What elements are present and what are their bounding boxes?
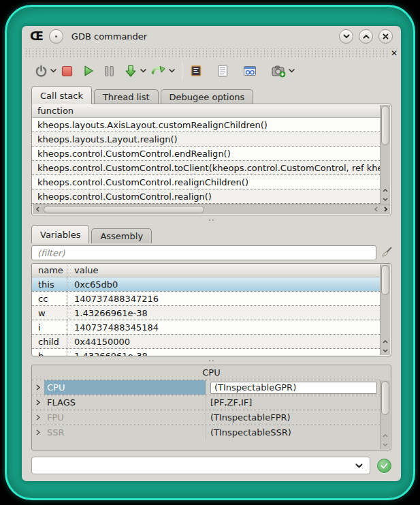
variable-row[interactable]: b 1.43266961e-38 bbox=[32, 349, 380, 356]
cpu-view-icon bbox=[190, 65, 202, 77]
splitter-handle[interactable] bbox=[31, 358, 391, 363]
document-icon bbox=[217, 65, 228, 77]
variable-row[interactable]: this 0xc65db0 bbox=[32, 277, 380, 292]
register-group-name[interactable]: FPU bbox=[44, 410, 206, 425]
tab-debugee-options[interactable]: Debugee options bbox=[161, 89, 254, 104]
chevron-down-icon bbox=[140, 69, 146, 73]
titlebar: Œ GDB commander bbox=[22, 26, 401, 46]
scroll-up-button[interactable] bbox=[381, 337, 390, 346]
step-into-icon bbox=[124, 64, 138, 78]
cpu-vscrollbar[interactable] bbox=[380, 380, 390, 449]
variable-row[interactable]: w 1.43266961e-38 bbox=[32, 306, 380, 320]
run-button[interactable] bbox=[80, 62, 97, 80]
close-icon bbox=[383, 33, 389, 40]
pin-button[interactable] bbox=[49, 29, 63, 44]
maximize-button[interactable] bbox=[359, 29, 373, 44]
chevron-down-icon bbox=[289, 69, 295, 73]
send-command-button[interactable] bbox=[377, 459, 391, 473]
scroll-up-button[interactable] bbox=[381, 431, 390, 440]
step-into-button[interactable] bbox=[122, 62, 140, 80]
dock-handle[interactable]: ✕ bbox=[24, 48, 399, 58]
callstack-row[interactable]: kheops.control.CustomControl.toClient(kh… bbox=[32, 161, 380, 175]
expand-arrow-icon[interactable] bbox=[32, 399, 44, 405]
scroll-left-button2[interactable] bbox=[371, 205, 381, 214]
scroll-right-button[interactable] bbox=[381, 205, 390, 214]
filter-row bbox=[31, 245, 393, 260]
cpu-tree-row[interactable]: FPU (TInspectableFPR) bbox=[32, 410, 380, 425]
step-over-menu-button[interactable] bbox=[168, 69, 178, 73]
scroll-down-button[interactable] bbox=[381, 440, 390, 449]
scroll-up-button[interactable] bbox=[381, 186, 390, 195]
column-value[interactable]: value bbox=[67, 265, 380, 275]
register-group-name[interactable]: SSR bbox=[44, 425, 206, 440]
callstack-row[interactable]: kheops.layouts.AxisLayout.customRealignC… bbox=[32, 118, 380, 132]
chevron-up-icon bbox=[383, 434, 388, 438]
callstack-header[interactable]: function bbox=[32, 104, 380, 118]
clear-filter-icon[interactable] bbox=[381, 246, 393, 260]
variables-vscrollbar[interactable] bbox=[380, 264, 390, 355]
watch-window-button[interactable] bbox=[241, 62, 259, 80]
stop-button[interactable] bbox=[59, 62, 75, 80]
expand-arrow-icon[interactable] bbox=[32, 414, 44, 420]
register-value: (TInspectableSSR) bbox=[206, 425, 380, 440]
step-over-button[interactable] bbox=[149, 62, 168, 80]
scroll-down-button[interactable] bbox=[381, 195, 390, 204]
hscroll-thumb[interactable] bbox=[44, 206, 204, 213]
tab-call-stack[interactable]: Call stack bbox=[31, 86, 92, 104]
chevron-down-icon bbox=[50, 69, 56, 73]
tab-assembly[interactable]: Assembly bbox=[91, 228, 152, 243]
callstack-row[interactable]: kheops.control.CustomControl.endRealign(… bbox=[32, 147, 380, 161]
expand-arrow-icon[interactable] bbox=[32, 384, 44, 391]
power-icon bbox=[35, 65, 48, 78]
scroll-left-button[interactable] bbox=[33, 205, 42, 214]
callstack-row[interactable]: kheops.layouts.Layout.realign() bbox=[32, 132, 380, 147]
callstack-vscrollbar[interactable] bbox=[380, 105, 390, 204]
variable-row[interactable]: cc 140737488347216 bbox=[32, 292, 380, 306]
frame-text: kheops.control.CustomControl.toClient(kh… bbox=[32, 163, 380, 173]
chevron-down-icon bbox=[383, 349, 388, 352]
chevron-down-icon bbox=[169, 69, 175, 73]
scroll-down-button[interactable] bbox=[381, 346, 390, 355]
callstack-row[interactable]: kheops.control.CustomControl.realign() bbox=[32, 189, 380, 204]
chevron-up-icon bbox=[383, 340, 388, 343]
chevron-up-icon bbox=[383, 189, 388, 192]
dock-close-button[interactable]: ✕ bbox=[389, 49, 399, 57]
expand-arrow-icon[interactable] bbox=[32, 429, 44, 435]
cpu-view-button[interactable] bbox=[188, 62, 204, 80]
snapshot-menu-button[interactable] bbox=[288, 69, 297, 73]
camera-add-icon bbox=[272, 65, 286, 78]
callstack-hscrollbar[interactable] bbox=[33, 204, 390, 214]
var-name: w bbox=[32, 306, 67, 320]
variable-row[interactable]: child 0x44150000 bbox=[32, 335, 380, 349]
vscroll-thumb[interactable] bbox=[381, 381, 389, 415]
vscroll-thumb[interactable] bbox=[381, 265, 389, 295]
cpu-tree-row[interactable]: CPU (TInspectableGPR) bbox=[32, 380, 380, 395]
register-value-field[interactable]: (TInspectableGPR) bbox=[210, 382, 377, 394]
register-group-name[interactable]: CPU bbox=[44, 380, 206, 395]
power-button[interactable] bbox=[33, 62, 50, 80]
pause-button[interactable] bbox=[102, 62, 116, 80]
command-combobox[interactable] bbox=[31, 457, 370, 474]
filter-input[interactable] bbox=[31, 245, 376, 260]
column-name[interactable]: name bbox=[32, 264, 67, 277]
close-button[interactable] bbox=[378, 29, 393, 44]
cpu-tree-row[interactable]: FLAGS [PF,ZF,IF] bbox=[32, 395, 380, 410]
variable-row[interactable]: i 140737488345184 bbox=[32, 320, 380, 335]
tab-variables[interactable]: Variables bbox=[31, 225, 89, 243]
snapshot-button[interactable] bbox=[270, 62, 288, 80]
minimize-button[interactable] bbox=[339, 29, 353, 44]
tab-thread-list[interactable]: Thread list bbox=[94, 89, 159, 104]
vscroll-thumb[interactable] bbox=[381, 106, 389, 145]
power-menu-button[interactable] bbox=[50, 69, 59, 73]
register-group-name[interactable]: FLAGS bbox=[44, 395, 206, 410]
gdb-commander-window: Œ GDB commander ✕ bbox=[22, 26, 401, 481]
variables-header[interactable]: name value bbox=[32, 264, 380, 277]
cpu-tree-row[interactable]: SSR (TInspectableSSR) bbox=[32, 425, 380, 440]
log-view-button[interactable] bbox=[215, 62, 230, 80]
step-into-menu-button[interactable] bbox=[140, 69, 149, 73]
column-function[interactable]: function bbox=[32, 106, 74, 116]
splitter-handle[interactable] bbox=[31, 217, 391, 222]
callstack-row[interactable]: kheops.control.CustomControl.realignChil… bbox=[32, 175, 380, 189]
frame-text: kheops.control.CustomControl.realign() bbox=[32, 192, 212, 202]
chevron-down-icon bbox=[355, 463, 363, 468]
